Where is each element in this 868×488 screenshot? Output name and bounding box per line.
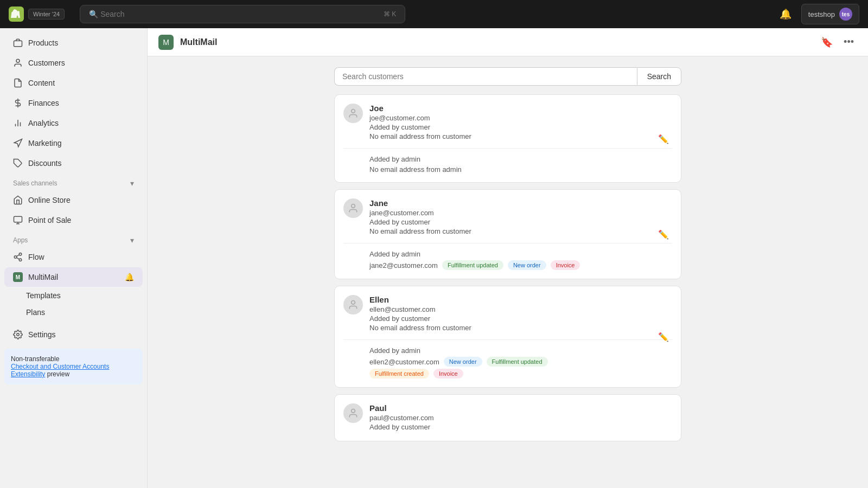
- customer-no-email-jane: No email address from customer: [369, 227, 672, 235]
- customer-admin-ellen: Added by admin ellen2@customer.com New o…: [343, 346, 672, 378]
- admin-email-ellen: ellen2@customer.com: [369, 358, 439, 366]
- multimail-icon: M: [13, 272, 23, 282]
- customer-email-paul: paul@customer.com: [369, 414, 672, 422]
- admin-added-label-ellen: Added by admin: [369, 346, 672, 355]
- tag-fulfillment-updated-jane: Fulfillment updated: [442, 260, 503, 270]
- sidebar-label-flow: Flow: [28, 253, 44, 261]
- tag-invoice-ellen: Invoice: [433, 369, 463, 378]
- store-selector-button[interactable]: testshop tes: [801, 4, 859, 24]
- search-icon: 🔍: [89, 10, 98, 18]
- store-avatar: tes: [839, 8, 852, 21]
- customer-added-ellen: Added by customer: [369, 314, 672, 323]
- admin-added-label-joe: Added by admin: [369, 155, 672, 163]
- customer-info-paul: Paul paul@customer.com Added by customer: [369, 403, 672, 432]
- sidebar-item-online-store[interactable]: Online Store: [4, 190, 143, 210]
- customer-info-jane: Jane jane@customer.com Added by customer…: [369, 198, 672, 236]
- more-options-button[interactable]: •••: [840, 33, 857, 51]
- sidebar-item-settings[interactable]: Settings: [4, 325, 143, 344]
- sidebar-label-finances: Finances: [28, 99, 59, 107]
- search-container[interactable]: 🔍 Search ⌘ K: [80, 5, 405, 23]
- search-shortcut-keys: ⌘ K: [384, 10, 396, 18]
- app-header-actions: 🔖 •••: [818, 33, 857, 52]
- bookmark-button[interactable]: 🔖: [818, 33, 836, 52]
- sidebar-item-marketing[interactable]: Marketing: [4, 133, 143, 153]
- app-header-icon: M: [158, 35, 174, 50]
- notifications-button[interactable]: 🔔: [776, 5, 795, 23]
- admin-tags-row1-ellen: ellen2@customer.com New order Fulfillmen…: [369, 357, 672, 367]
- edit-button-jane[interactable]: ✏️: [655, 226, 672, 243]
- tag-invoice-jane: Invoice: [551, 260, 580, 270]
- tag-new-order-jane: New order: [508, 260, 546, 270]
- tag-icon: [13, 158, 23, 168]
- edit-button-joe[interactable]: ✏️: [655, 130, 672, 147]
- customer-card-paul: Paul paul@customer.com Added by customer: [334, 394, 681, 441]
- document-icon: [13, 78, 23, 88]
- customer-avatar-ellen: [343, 295, 363, 314]
- customer-added-jane: Added by customer: [369, 218, 672, 226]
- svg-point-2: [16, 59, 20, 62]
- dollar-icon: [13, 98, 23, 108]
- svg-line-14: [16, 258, 19, 259]
- svg-point-13: [19, 259, 22, 261]
- customer-search-bar: Search: [334, 67, 681, 86]
- customer-email-jane: jane@customer.com: [369, 209, 672, 217]
- svg-point-20: [352, 409, 355, 413]
- svg-point-19: [352, 301, 355, 305]
- svg-line-15: [16, 255, 19, 256]
- pos-icon: [13, 215, 23, 225]
- sidebar-item-discounts[interactable]: Discounts: [4, 153, 143, 173]
- customer-admin-joe: Added by admin No email address from adm…: [343, 155, 672, 174]
- sidebar-item-multimail[interactable]: M MultiMail 🔔: [4, 267, 143, 287]
- customer-info-ellen: Ellen ellen@customer.com Added by custom…: [369, 295, 672, 333]
- multimail-notification: 🔔: [125, 273, 134, 281]
- non-transferable-title: Non-transferable: [11, 355, 59, 363]
- sidebar-item-products[interactable]: Products: [4, 33, 143, 53]
- customer-card-ellen: Ellen ellen@customer.com Added by custom…: [334, 286, 681, 388]
- customer-card-header-joe: Joe joe@customer.com Added by customer N…: [343, 104, 672, 142]
- customer-card-header-paul: Paul paul@customer.com Added by customer: [343, 403, 672, 432]
- sales-channels-expand[interactable]: ▾: [130, 179, 134, 188]
- search-customers-input[interactable]: [334, 67, 637, 86]
- customer-avatar-jane: [343, 198, 363, 218]
- sidebar-label-products: Products: [28, 38, 58, 47]
- sidebar-item-analytics[interactable]: Analytics: [4, 113, 143, 133]
- apps-expand[interactable]: ▾: [130, 236, 134, 245]
- flow-icon: [13, 252, 23, 262]
- search-customers-button[interactable]: Search: [637, 67, 681, 86]
- sidebar-label-plans: Plans: [26, 308, 45, 317]
- sidebar-label-pos: Point of Sale: [28, 216, 71, 224]
- customer-admin-jane: Added by admin jane2@customer.com Fulfil…: [343, 250, 672, 270]
- admin-no-email-joe: No email address from admin: [369, 165, 672, 174]
- svg-point-11: [19, 253, 22, 256]
- sidebar-item-flow[interactable]: Flow: [4, 247, 143, 267]
- tag-new-order-ellen: New order: [444, 357, 482, 367]
- svg-point-17: [352, 110, 355, 113]
- customer-name-ellen: Ellen: [369, 295, 672, 304]
- store-name: testshop: [808, 10, 835, 18]
- chart-icon: [13, 118, 23, 128]
- search-bar[interactable]: 🔍 Search ⌘ K: [80, 5, 405, 23]
- non-transferable-suffix: preview: [47, 370, 69, 378]
- sales-channels-section: Sales channels ▾: [4, 174, 143, 190]
- svg-point-16: [17, 333, 20, 336]
- customer-email-ellen: ellen@customer.com: [369, 305, 672, 313]
- customer-card-joe: Joe joe@customer.com Added by customer N…: [334, 94, 681, 183]
- tag-fulfillment-updated-ellen: Fulfillment updated: [487, 357, 548, 367]
- sidebar-item-point-of-sale[interactable]: Point of Sale: [4, 210, 143, 230]
- admin-email-jane: jane2@customer.com: [369, 261, 438, 269]
- non-transferable-notice: Non-transferable Checkout and Customer A…: [4, 349, 143, 384]
- sidebar-item-finances[interactable]: Finances: [4, 93, 143, 113]
- store-icon: [13, 195, 23, 205]
- settings-icon: [13, 330, 23, 339]
- edit-button-ellen[interactable]: ✏️: [655, 329, 672, 345]
- customer-name-joe: Joe: [369, 104, 672, 113]
- customer-no-email-ellen: No email address from customer: [369, 324, 672, 332]
- svg-point-18: [352, 204, 355, 208]
- sidebar-label-analytics: Analytics: [28, 119, 59, 127]
- apps-section: Apps ▾: [4, 230, 143, 247]
- sidebar-item-templates[interactable]: Templates: [4, 287, 143, 304]
- sidebar-item-content[interactable]: Content: [4, 73, 143, 93]
- sidebar-label-marketing: Marketing: [28, 139, 61, 147]
- sidebar-item-customers[interactable]: Customers: [4, 53, 143, 73]
- sidebar-item-plans[interactable]: Plans: [4, 304, 143, 320]
